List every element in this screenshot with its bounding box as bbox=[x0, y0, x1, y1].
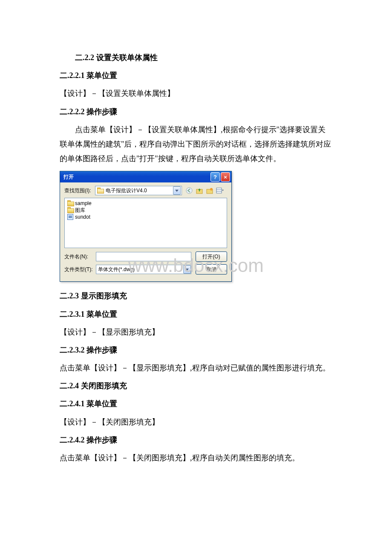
text-menu-path-1: 【设计】－【设置关联单体属性】 bbox=[60, 86, 332, 101]
cancel-button[interactable]: 取消 bbox=[196, 264, 227, 275]
lookin-combobox[interactable]: 电子报批设计V4.0 bbox=[95, 186, 182, 195]
svg-rect-4 bbox=[216, 188, 222, 193]
chevron-down-icon bbox=[175, 190, 179, 192]
folder-open-icon bbox=[97, 188, 104, 194]
heading-2-2-3-1: 二.2.3.1 菜单位置 bbox=[60, 307, 332, 321]
heading-2-2-3-2: 二.2.3.2 操作步骤 bbox=[60, 343, 332, 357]
file-list[interactable]: sample 图库 sundot bbox=[64, 198, 227, 248]
list-item[interactable]: sundot bbox=[67, 214, 224, 220]
dialog-title: 打开 bbox=[63, 173, 210, 181]
close-button[interactable]: × bbox=[221, 172, 230, 182]
new-folder-icon[interactable] bbox=[206, 187, 213, 194]
heading-2-2-4-1: 二.2.4.1 菜单位置 bbox=[60, 396, 332, 411]
heading-2-2-2: 二.2.2 设置关联单体属性 bbox=[60, 50, 332, 65]
lookin-value: 电子报批设计V4.0 bbox=[106, 187, 173, 194]
filetype-combobox[interactable]: 单体文件(*.dwg) bbox=[96, 265, 191, 274]
heading-2-2-4: 二.2.4 关闭图形填充 bbox=[60, 379, 332, 393]
filetype-label: 文件类型(T): bbox=[64, 266, 95, 273]
open-file-dialog: 打开 ? × 查找范围(I): 电子报批设计V4.0 bbox=[60, 171, 232, 282]
list-item[interactable]: sample bbox=[67, 200, 224, 207]
file-name: 图库 bbox=[75, 207, 85, 214]
up-one-level-icon[interactable] bbox=[196, 187, 203, 194]
filename-input[interactable] bbox=[96, 252, 191, 261]
svg-point-0 bbox=[186, 188, 192, 194]
dropdown-button[interactable] bbox=[173, 186, 181, 195]
views-icon[interactable] bbox=[216, 187, 224, 194]
text-steps-2: 点击菜单【设计】－【显示图形填充】,程序自动对已赋值的属性图形进行填充。 bbox=[60, 361, 332, 375]
chevron-down-icon bbox=[185, 269, 189, 271]
svg-point-3 bbox=[210, 188, 213, 191]
file-name: sample bbox=[75, 200, 92, 206]
heading-2-2-3: 二.2.3 显示图形填充 bbox=[60, 289, 332, 303]
heading-2-2-2-1: 二.2.2.1 菜单位置 bbox=[60, 68, 332, 83]
folder-icon bbox=[67, 200, 73, 206]
dropdown-button[interactable] bbox=[183, 265, 191, 274]
document-icon bbox=[67, 214, 73, 220]
folder-icon bbox=[67, 207, 73, 213]
lookin-label: 查找范围(I): bbox=[64, 187, 95, 194]
filetype-value: 单体文件(*.dwg) bbox=[98, 266, 183, 273]
help-button[interactable]: ? bbox=[210, 172, 220, 182]
heading-2-2-2-2: 二.2.2.2 操作步骤 bbox=[60, 104, 332, 119]
filename-label: 文件名(N): bbox=[64, 253, 95, 260]
dialog-titlebar: 打开 ? × bbox=[60, 171, 231, 182]
text-menu-path-3: 【设计】－【关闭图形填充】 bbox=[60, 415, 332, 429]
text-steps-1: 点击菜单【设计】－【设置关联单体属性】,根据命令行提示"选择要设置关联单体属性的… bbox=[60, 122, 332, 166]
file-name: sundot bbox=[75, 214, 90, 220]
list-item[interactable]: 图库 bbox=[67, 207, 224, 214]
open-button[interactable]: 打开(O) bbox=[196, 251, 227, 262]
text-steps-3: 点击菜单【设计】－【关闭图形填充】,程序自动关闭属性图形的填充。 bbox=[60, 451, 332, 465]
back-icon[interactable] bbox=[185, 187, 193, 194]
text-menu-path-2: 【设计】－【显示图形填充】 bbox=[60, 325, 332, 339]
heading-2-2-4-2: 二.2.4.2 操作步骤 bbox=[60, 433, 332, 447]
